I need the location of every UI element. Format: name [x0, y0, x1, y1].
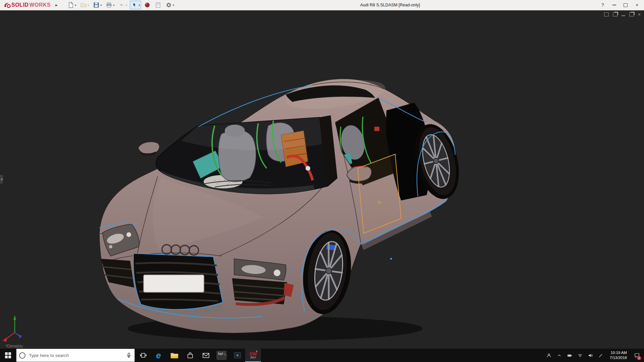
brand-solid: SOLID — [11, 2, 29, 8]
minimize-icon — [612, 5, 616, 5]
doc-close-icon[interactable]: × — [638, 13, 641, 16]
volume-icon[interactable] — [587, 349, 594, 362]
dropdown-caret[interactable]: ▾ — [113, 4, 114, 7]
windows-taskbar: e &gt;_ ✶ SW 2017 — [0, 349, 644, 362]
taskbar-clock[interactable]: 10:19 AM 7/13/2018 — [608, 350, 629, 360]
solidworks-app-button[interactable]: ✶ SW 2017 — [245, 349, 261, 362]
dropdown-caret[interactable]: ▾ — [139, 4, 140, 7]
brand-works: WORKS — [29, 2, 51, 8]
open-document-button[interactable]: ▾ — [79, 1, 90, 9]
task-view-icon — [139, 351, 147, 359]
media-app-button[interactable] — [229, 349, 245, 362]
tray-expand-chevron-icon[interactable] — [556, 349, 563, 362]
mail-button[interactable] — [198, 349, 214, 362]
maximize-icon — [624, 3, 628, 7]
undo-button[interactable]: ▾ — [117, 1, 128, 9]
new-window-icon[interactable] — [604, 12, 609, 16]
pen-icon[interactable] — [597, 349, 605, 362]
microphone-icon[interactable] — [126, 352, 132, 359]
graphics-viewport[interactable]: × — [0, 10, 644, 349]
z-axis-arrow — [19, 335, 22, 339]
dropdown-caret[interactable]: ▾ — [173, 4, 174, 7]
appearance-button[interactable] — [143, 1, 152, 9]
window-controls: ? × — [597, 0, 643, 10]
notification-badge: 2 — [637, 356, 641, 360]
start-button[interactable] — [0, 349, 16, 362]
view-orientation-label: *Dimetric — [5, 344, 23, 349]
car-model[interactable] — [99, 75, 466, 333]
print-button[interactable]: ▾ — [104, 1, 116, 9]
solidworks-app-icon: ✶ SW 2017 — [248, 350, 259, 361]
3d-model-canvas[interactable] — [0, 10, 644, 349]
people-icon[interactable] — [545, 349, 553, 362]
dropdown-caret[interactable]: ▾ — [126, 4, 127, 7]
titlebar: SOLIDWORKS ▸ ▾ ▾ ▾ ▾ — [0, 0, 644, 10]
edge-icon: e — [156, 351, 161, 360]
open-folder-icon — [80, 2, 87, 8]
document-window-controls: × — [604, 12, 641, 16]
dassault-logo-icon — [3, 2, 11, 8]
file-explorer-button[interactable] — [166, 349, 182, 362]
close-button[interactable]: × — [631, 0, 643, 10]
wifi-icon[interactable] — [577, 349, 584, 362]
maximize-button[interactable] — [620, 0, 631, 10]
new-document-icon — [67, 2, 74, 8]
help-button[interactable]: ? — [597, 0, 608, 10]
orientation-triad — [3, 315, 22, 342]
dropdown-caret[interactable]: ▾ — [100, 4, 102, 7]
dropdown-caret[interactable]: ▾ — [75, 4, 76, 7]
system-tray: 10:19 AM 7/13/2018 2 — [545, 349, 644, 362]
new-document-button[interactable]: ▾ — [66, 1, 77, 9]
quick-access-toolbar: ▾ ▾ ▾ ▾ ▾ — [66, 1, 175, 9]
menu-expand-arrow[interactable]: ▸ — [55, 3, 57, 7]
license-plate — [144, 275, 204, 292]
front-grille[interactable] — [133, 253, 223, 309]
y-axis-arrow — [13, 315, 16, 320]
terminal-icon: &gt;_ — [217, 351, 226, 360]
battery-icon[interactable] — [566, 349, 574, 362]
save-button[interactable]: ▾ — [92, 1, 103, 9]
options-button[interactable]: ▾ — [164, 1, 175, 9]
dropdown-caret[interactable]: ▾ — [88, 4, 89, 7]
appearance-sphere-icon — [144, 2, 151, 8]
print-icon — [106, 2, 112, 8]
doc-restore-icon[interactable] — [629, 12, 634, 16]
windows-logo-icon — [5, 352, 11, 358]
document-title: Audi R8 S.SLDASM [Read-only] — [360, 0, 420, 10]
properties-button[interactable] — [153, 1, 163, 9]
select-cursor-icon — [131, 2, 138, 8]
clock-date: 7/13/2018 — [610, 355, 627, 360]
left-mirror[interactable] — [138, 142, 159, 156]
terminal-button[interactable]: &gt;_ — [214, 349, 229, 362]
task-view-button[interactable] — [135, 349, 151, 362]
left-intake — [101, 259, 134, 288]
cortana-icon — [19, 352, 25, 359]
minimize-button[interactable] — [608, 0, 620, 10]
options-gear-icon — [165, 2, 172, 8]
select-tool-button[interactable]: ▾ — [130, 1, 141, 9]
mail-envelope-icon — [202, 351, 210, 359]
file-explorer-icon — [170, 351, 179, 360]
action-center-button[interactable]: 2 — [632, 349, 642, 362]
edge-browser-button[interactable]: e — [151, 349, 166, 362]
store-button[interactable] — [182, 349, 198, 362]
save-icon — [93, 2, 100, 8]
solidworks-logo: SOLIDWORKS — [3, 2, 51, 8]
door-selection-outline[interactable] — [358, 154, 401, 233]
search-input[interactable] — [28, 353, 123, 358]
taskbar-search[interactable] — [16, 349, 135, 362]
media-app-icon — [233, 351, 242, 360]
properties-sheet-icon — [155, 2, 161, 8]
x-axis-arrow — [3, 337, 7, 342]
undo-icon — [118, 2, 125, 8]
store-bag-icon — [186, 351, 194, 359]
doc-minimize-icon[interactable] — [622, 15, 625, 16]
clock-time: 10:19 AM — [610, 350, 627, 355]
cascade-windows-icon[interactable] — [613, 12, 618, 16]
vertex-point[interactable] — [390, 258, 392, 260]
